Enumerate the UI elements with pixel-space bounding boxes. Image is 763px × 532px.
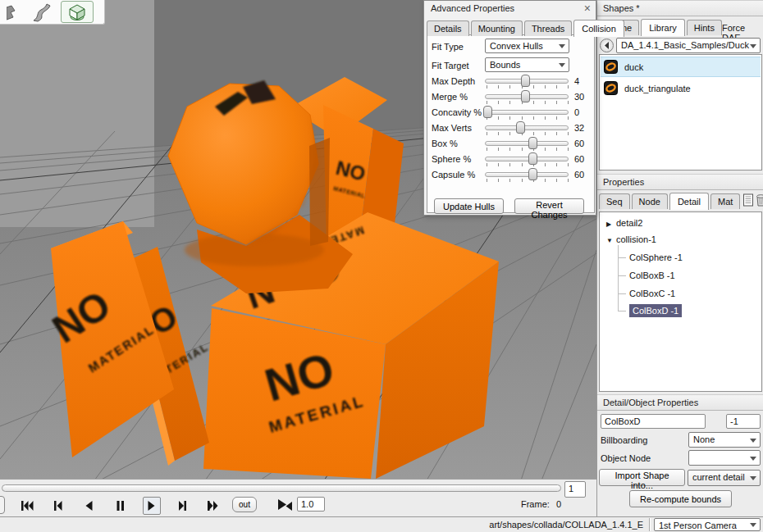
update-hulls-button[interactable]: Update Hulls <box>434 198 504 214</box>
close-icon[interactable]: × <box>584 2 591 15</box>
slider-track[interactable] <box>485 172 569 177</box>
collapse-arrow-icon[interactable]: ▼ <box>606 233 616 248</box>
properties-tabs: SeqNodeDetailMat <box>599 192 742 209</box>
pause-button[interactable] <box>112 497 130 515</box>
step-back-button[interactable] <box>49 497 67 515</box>
collada-shape-icon <box>604 60 618 74</box>
tree-item-label: ColBoxD -1 <box>629 304 682 317</box>
slider-track[interactable] <box>485 157 569 161</box>
tab-detail[interactable]: Detail <box>669 193 709 210</box>
slider-handle[interactable] <box>516 121 525 134</box>
tab-mounting[interactable]: Mounting <box>471 20 523 36</box>
tab-hints[interactable]: Hints <box>687 20 722 35</box>
tab-collision[interactable]: Collision <box>573 20 624 37</box>
bounds-cube-icon[interactable] <box>61 1 94 23</box>
status-separator <box>649 518 650 531</box>
playback-speed-icon[interactable] <box>277 498 294 514</box>
right-panel-column: Shapes * SceneLibraryHints ✓ Force DAE D… <box>596 0 763 516</box>
timeline-bar: 1 out 1.0 Frame: 0 <box>0 479 596 516</box>
tree-item-detail2[interactable]: ▶detail2 <box>606 216 642 231</box>
fit-target-dropdown[interactable]: Bounds <box>485 57 569 72</box>
tree-item-colsphere-1[interactable]: ColSphere -1 <box>618 250 683 266</box>
chevron-down-icon <box>750 44 756 48</box>
tree-item-label: ColSphere -1 <box>629 252 683 262</box>
frame-counter: Frame: 0 <box>521 499 561 509</box>
slider-handle[interactable] <box>528 137 537 149</box>
slider-row-max-depth: Max Depth4 <box>427 75 594 89</box>
timeline-slider[interactable] <box>2 484 561 492</box>
slider-row-merge-: Merge %30 <box>427 90 594 105</box>
recompute-bounds-button[interactable]: Re-compute bounds <box>629 490 732 507</box>
tab-node[interactable]: Node <box>632 193 668 209</box>
slider-label: Capsule % <box>432 170 475 180</box>
detail-size-input[interactable]: -1 <box>726 414 761 429</box>
advanced-properties-dialog: Advanced Properties × DetailsMountingThr… <box>423 0 596 216</box>
object-node-label: Object Node <box>601 453 651 463</box>
back-wall <box>0 0 154 227</box>
trash-icon[interactable] <box>756 193 763 208</box>
collision-tab-content: Fit Type Convex Hulls Fit Target Bounds … <box>427 34 595 213</box>
speed-input[interactable]: 1.0 <box>297 497 325 512</box>
tab-details[interactable]: Details <box>427 20 469 36</box>
import-target-dropdown[interactable]: current detail <box>688 470 761 486</box>
clipped-button[interactable] <box>0 496 5 514</box>
billboarding-dropdown[interactable]: None <box>688 432 761 448</box>
slider-track[interactable] <box>485 141 569 146</box>
skip-end-button[interactable] <box>205 497 223 515</box>
tree-item-colboxb-1[interactable]: ColBoxB -1 <box>618 268 675 284</box>
object-node-dropdown[interactable] <box>688 450 761 466</box>
tree-item-collision-1[interactable]: ▼collision-1 <box>606 232 656 248</box>
road-tool-icon[interactable] <box>31 2 53 22</box>
end-frame-input[interactable]: 1 <box>564 481 586 498</box>
expand-arrow-icon[interactable]: ▶ <box>606 216 616 232</box>
slider-handle[interactable] <box>521 90 530 102</box>
frame-value: 0 <box>556 499 561 509</box>
slider-label: Concavity % <box>432 107 482 117</box>
play-reverse-button[interactable] <box>80 497 98 515</box>
slider-row-concavity-: Concavity %0 <box>427 106 594 120</box>
slider-track[interactable] <box>485 125 569 130</box>
shape-item-label: duck_triangulate <box>624 84 691 93</box>
tree-item-label: detail2 <box>616 218 642 228</box>
tree-item-colboxd-1[interactable]: ColBoxD -1 <box>618 303 682 319</box>
library-path-dropdown[interactable]: DA_1.4.1_Basic_Samples/Duck <box>616 38 761 53</box>
list-item-duck_triangulate[interactable]: duck_triangulate <box>601 78 761 98</box>
detail-tree: ▶detail2▼collision-1ColSphere -1ColBoxB … <box>599 211 762 392</box>
viewport-toolbar <box>0 0 105 25</box>
playback-controls <box>18 496 223 516</box>
import-shape-button[interactable]: Import Shape into... <box>599 469 685 486</box>
slider-track[interactable] <box>485 110 569 115</box>
library-back-button[interactable] <box>600 39 614 52</box>
shapes-panel-header: Shapes * <box>597 0 763 16</box>
detail-name-input[interactable]: ColBoxD <box>601 414 706 429</box>
tab-threads[interactable]: Threads <box>524 20 572 36</box>
slider-value: 60 <box>574 139 584 148</box>
chevron-down-icon <box>750 523 756 527</box>
list-item-duck[interactable]: duck <box>601 57 761 77</box>
shape-file-path: art/shapes/collada/COLLADA_1.4.1_E <box>489 520 643 530</box>
slider-label: Box % <box>432 139 458 148</box>
revert-changes-button[interactable]: Revert Changes <box>514 198 584 214</box>
camera-dropdown[interactable]: 1st Person Camera <box>654 518 761 531</box>
step-forward-button[interactable] <box>174 497 192 515</box>
tree-connector <box>618 311 626 311</box>
new-doc-icon[interactable] <box>742 193 754 208</box>
tab-seq[interactable]: Seq <box>599 193 630 209</box>
fit-type-dropdown[interactable]: Convex Hulls <box>485 39 569 53</box>
slider-handle[interactable] <box>521 75 530 87</box>
clipped-tool-icon[interactable] <box>2 2 23 22</box>
skip-start-button[interactable] <box>18 497 36 515</box>
tab-library[interactable]: Library <box>641 19 685 36</box>
play-button[interactable] <box>143 497 161 515</box>
slider-handle[interactable] <box>528 168 537 180</box>
fit-type-value: Convex Hulls <box>490 41 543 51</box>
slider-value: 32 <box>574 123 584 133</box>
slider-handle[interactable] <box>483 106 492 118</box>
billboarding-label: Billboarding <box>601 435 647 445</box>
slider-ticks <box>487 179 569 182</box>
out-button[interactable]: out <box>232 497 257 512</box>
slider-ticks <box>487 163 569 166</box>
slider-handle[interactable] <box>528 152 537 165</box>
tab-mat[interactable]: Mat <box>710 193 740 209</box>
tree-item-colboxc-1[interactable]: ColBoxC -1 <box>618 286 675 302</box>
